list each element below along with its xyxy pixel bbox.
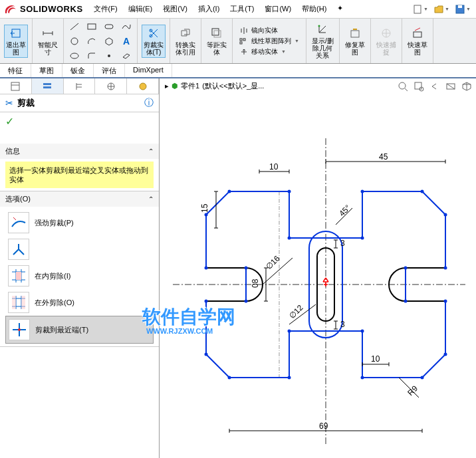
svg-rect-20: [11, 82, 19, 90]
breadcrumb-part[interactable]: 零件1: [181, 81, 199, 91]
watermark-url: WWW.RJZXW.COM: [146, 327, 213, 335]
svg-point-28: [18, 328, 21, 331]
arc-tool-icon[interactable]: [84, 35, 100, 48]
ribbon-sketch-tools: A: [64, 19, 138, 63]
trim-inside-icon: [8, 265, 29, 286]
convert-button[interactable]: 转换实体引用: [174, 25, 197, 57]
line-tool-icon[interactable]: [66, 20, 82, 33]
smart-dim-button[interactable]: 智能尺寸: [37, 25, 59, 57]
tab-sheetmetal[interactable]: 钣金: [62, 64, 94, 77]
linear-pattern-button[interactable]: 线性草图阵列▼: [239, 37, 299, 46]
trim-label: 剪裁实体(T): [144, 41, 164, 56]
ribbon-pattern-group: 镜向实体 线性草图阵列▼ 移动实体▼: [233, 19, 306, 63]
feature-tabs: 特征 草图 钣金 评估 DimXpert: [0, 64, 476, 78]
dim-69: 69: [319, 421, 328, 431]
pm-info-header[interactable]: 信息 ⌃: [0, 144, 159, 159]
panel-tab-appearance-icon[interactable]: [127, 78, 159, 94]
svg-rect-5: [105, 25, 113, 29]
svg-point-60: [404, 267, 408, 270]
menu-tools[interactable]: 工具(T): [227, 3, 257, 15]
svg-point-50: [205, 353, 208, 356]
collapse-icon: ⌃: [148, 195, 154, 203]
menu-help[interactable]: 帮助(H): [299, 3, 329, 15]
pm-options-header[interactable]: 选项(O) ⌃: [0, 191, 159, 207]
slot-tool-icon[interactable]: [101, 20, 117, 33]
option-trim-outside[interactable]: 在外剪除(O): [5, 289, 154, 316]
spline-tool-icon[interactable]: [118, 20, 134, 33]
panel-tab-property-icon[interactable]: [32, 78, 64, 94]
svg-rect-2: [458, 5, 462, 8]
logo-text: SOLIDWORKS: [20, 4, 83, 14]
display-delete-relations-button[interactable]: 显示/删除几何关系: [310, 21, 335, 60]
menu-insert[interactable]: 插入(I): [195, 3, 222, 15]
pm-info-title: 信息: [5, 146, 148, 156]
mirror-button[interactable]: 镜向实体: [239, 26, 299, 35]
help-icon[interactable]: ⓘ: [144, 97, 154, 109]
offset-icon: [210, 27, 223, 40]
menu-file[interactable]: 文件(F): [91, 3, 120, 15]
ok-button[interactable]: ✓: [0, 112, 159, 130]
open-button[interactable]: ▼: [432, 3, 451, 16]
dim-dia16: ∅16: [264, 253, 282, 271]
tab-features[interactable]: 特征: [0, 64, 31, 77]
zoom-fit-icon[interactable]: [396, 80, 410, 93]
point-tool-icon[interactable]: [101, 49, 117, 62]
view-orientation-icon[interactable]: [460, 80, 473, 93]
ribbon-offset-group: 等距实体: [201, 19, 233, 63]
repair-button[interactable]: 修复草图: [344, 25, 366, 57]
svg-rect-21: [43, 83, 51, 85]
panel-tab-display-icon[interactable]: [95, 78, 127, 94]
new-button[interactable]: ▼: [411, 3, 429, 16]
menu-star-icon[interactable]: ✦: [334, 3, 346, 15]
dim-r9: R9: [406, 384, 419, 398]
ellipse-tool-icon[interactable]: [66, 49, 82, 62]
rect-tool-icon[interactable]: [84, 20, 100, 33]
property-manager: ✂ 剪裁 ⓘ ✓ 信息 ⌃ 选择一实体剪裁到最近端交叉实体或拖动到实体 选项(O…: [0, 78, 160, 458]
tab-dimxpert[interactable]: DimXpert: [125, 64, 172, 77]
menubar: SOLIDWORKS 文件(F) 编辑(E) 视图(V) 插入(I) 工具(T)…: [0, 0, 476, 19]
ribbon: 退出草图 智能尺寸 A 剪裁实体(T): [0, 19, 476, 64]
display-delete-label: 显示/删除几何关系: [312, 37, 334, 59]
fillet-tool-icon[interactable]: [84, 49, 100, 62]
polygon-tool-icon[interactable]: [101, 35, 117, 48]
panel-tab-config-icon[interactable]: [64, 78, 96, 94]
dim-45: 45: [379, 152, 388, 162]
svg-rect-11: [212, 29, 219, 35]
trim-button[interactable]: 剪裁实体(T): [142, 25, 166, 58]
svg-rect-4: [88, 24, 96, 29]
svg-point-39: [288, 190, 291, 193]
previous-view-icon[interactable]: [428, 80, 441, 93]
quick-sketch-button[interactable]: 快速草图: [406, 25, 429, 57]
breadcrumb-arrow-icon[interactable]: ▸: [165, 82, 169, 90]
option-power-trim[interactable]: 强劲剪裁(P): [5, 209, 154, 236]
circle-tool-icon[interactable]: [66, 35, 82, 48]
option-trim-inside[interactable]: 在内剪除(I): [5, 263, 154, 289]
menu-view[interactable]: 视图(V): [160, 3, 190, 15]
quick-access: ▼ ▼ ▼: [411, 3, 472, 16]
dim-10b: 10: [371, 354, 380, 364]
section-view-icon[interactable]: [444, 80, 457, 93]
offset-button[interactable]: 等距实体: [205, 25, 228, 57]
option-trim-closest[interactable]: 剪裁到最近端(T): [5, 316, 154, 344]
breadcrumb: ▸ ⬢ 零件1 (默认<<默认>_显...: [165, 81, 264, 91]
tab-evaluate[interactable]: 评估: [94, 64, 125, 77]
menu-window[interactable]: 窗口(W): [262, 3, 294, 15]
quick-snap-icon: [380, 27, 393, 40]
svg-point-41: [421, 190, 424, 193]
move-button[interactable]: 移动实体▼: [239, 47, 299, 57]
pm-header: ✂ 剪裁 ⓘ: [0, 94, 159, 112]
option-corner[interactable]: [5, 236, 154, 263]
tab-sketch[interactable]: 草图: [31, 64, 62, 77]
menu-edit[interactable]: 编辑(E): [126, 3, 156, 15]
zoom-area-icon[interactable]: [412, 80, 425, 93]
exit-sketch-button[interactable]: 退出草图: [4, 25, 28, 58]
quick-snap-button: 快速捕捉: [375, 25, 398, 57]
panel-tab-feature-tree-icon[interactable]: [0, 78, 32, 94]
graphics-area[interactable]: ▸ ⬢ 零件1 (默认<<默认>_显...: [160, 78, 476, 458]
text-tool-icon[interactable]: A: [118, 35, 134, 48]
plane-tool-icon[interactable]: [118, 49, 134, 62]
svg-point-43: [444, 267, 447, 270]
svg-rect-17: [351, 31, 359, 37]
save-button[interactable]: ▼: [453, 3, 472, 16]
trim-inside-label: 在内剪除(I): [35, 271, 70, 281]
